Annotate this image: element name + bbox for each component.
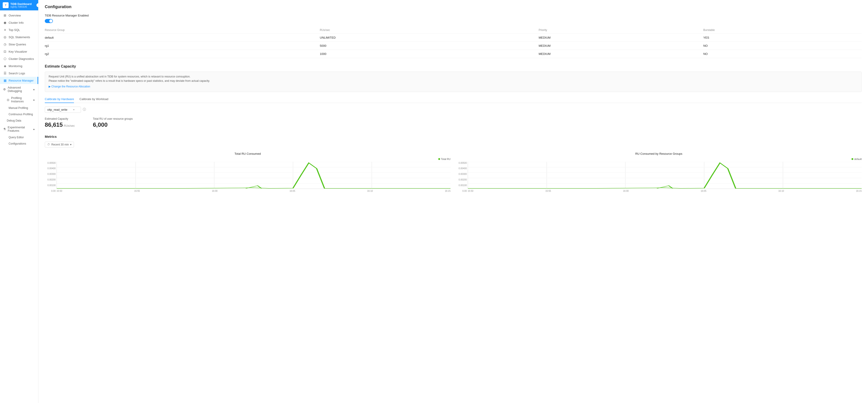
time-selector-label: Recent 30 min [51, 143, 69, 146]
resource-manager-icon: ▦ [3, 78, 7, 82]
sidebar-header: T TiDB Dashboard nightly-70803cf6 ‹ [0, 0, 38, 10]
sidebar-item-slow-queries[interactable]: ◷ Slow Queries [0, 41, 38, 48]
sidebar-item-label: Continuous Profiling [9, 113, 33, 116]
sidebar-item-monitoring[interactable]: ◈ Monitoring [0, 62, 38, 70]
sidebar-section-experimental-features[interactable]: ⚗ Experimental Features ▲ [0, 124, 38, 134]
sidebar-item-label: Debug Data [7, 119, 21, 122]
total-ru-value: 6,000 [93, 121, 133, 128]
col-header-resource-group: Resource Group [45, 27, 320, 34]
sidebar-item-query-editor[interactable]: Query Editor [0, 134, 38, 140]
sidebar-version: nightly-70803cf6 [10, 6, 35, 8]
chart-ru-by-groups: RU Consumed by Resource Groups default 0… [456, 152, 862, 192]
expand-link[interactable]: ▶ Change the Resource Allocation [49, 85, 90, 88]
estimated-capacity-label: Estimated Capacity [45, 117, 75, 121]
legend-dot [438, 158, 440, 160]
estimated-capacity-value: 86,615RUs/sec [45, 121, 75, 128]
sidebar-item-cluster-info[interactable]: ◉ Cluster Info [0, 19, 38, 26]
chart-wrapper: 0.00500 0.00400 0.00300 0.00200 0.00100 … [468, 162, 862, 192]
sidebar-item-search-logs[interactable]: ☰ Search Logs [0, 70, 38, 77]
metrics-title: Metrics [45, 135, 862, 138]
monitoring-icon: ◈ [3, 64, 7, 68]
sql-icon: ◎ [3, 35, 7, 39]
grid-icon: ⊞ [3, 13, 7, 17]
chevron-up-icon: ▲ [33, 99, 35, 101]
sidebar-item-sql-statements[interactable]: ◎ SQL Statements [0, 33, 38, 41]
main-content: Configuration TiDB Resource Manager Enab… [38, 0, 868, 403]
estimate-capacity-title: Estimate Capacity [45, 64, 862, 68]
chart-svg [468, 162, 862, 189]
sidebar-item-top-sql[interactable]: ≡ Top SQL [0, 26, 38, 33]
legend-dot [851, 158, 853, 160]
sidebar-item-overview[interactable]: ⊞ Overview [0, 12, 38, 19]
sidebar-item-label: Query Editor [9, 136, 24, 139]
sidebar-item-manual-profiling[interactable]: Manual Profiling [0, 105, 38, 111]
legend-label: Total RU [441, 158, 451, 160]
sidebar-item-debug-data[interactable]: Debug Data [0, 117, 38, 124]
search-logs-icon: ☰ [3, 71, 7, 75]
total-ru-label: Total RU of user resource groups [93, 117, 133, 121]
capacity-number: 86,615 [45, 121, 63, 128]
sidebar-item-configurations[interactable]: Configurations [0, 140, 38, 147]
chart-wrapper: 0.00500 0.00400 0.00300 0.00200 0.00100 … [57, 162, 451, 192]
info-icon[interactable]: ⓘ [83, 107, 86, 111]
sidebar-item-cluster-diagnostics[interactable]: ⬡ Cluster Diagnostics [0, 55, 38, 62]
estimate-info-box: Request Unit (RU) is a unified abstracti… [45, 72, 862, 92]
estimated-capacity-stat: Estimated Capacity 86,615RUs/sec [45, 117, 75, 128]
toggle-label: TiDB Resource Manager Enabled [45, 14, 862, 17]
chart-x-labels: 15:50 15:55 16:00 16:05 16:10 16:15 [468, 190, 862, 192]
legend-label: default [854, 158, 862, 160]
sidebar-collapse-button[interactable]: ‹ [36, 3, 38, 7]
chart-legend: default [456, 158, 862, 160]
sidebar-item-resource-manager[interactable]: ▦ Resource Manager [0, 77, 38, 84]
col-header-priority: Priority [539, 27, 703, 34]
chevron-down-icon: ▾ [73, 108, 74, 111]
time-selector[interactable]: ⏱ Recent 30 min ▾ [45, 142, 74, 147]
chart-title: RU Consumed by Resource Groups [456, 152, 862, 156]
sidebar-item-label: Resource Manager [9, 79, 34, 82]
sidebar-section-profiling-instances[interactable]: ◎ Profiling Instances ▲ [0, 94, 38, 105]
sidebar-item-label: Overview [9, 14, 21, 17]
diagnostics-icon: ⬡ [3, 57, 7, 61]
advanced-debugging-icon: ⚙ [3, 88, 6, 91]
tab-calibrate-workload[interactable]: Calibrate by Workload [80, 96, 108, 103]
sidebar-item-label: Cluster Info [9, 21, 24, 24]
capacity-stats: Estimated Capacity 86,615RUs/sec Total R… [45, 117, 862, 128]
col-header-burstable: Burstable [703, 27, 862, 34]
sidebar-app-title: TiDB Dashboard [10, 2, 35, 6]
sidebar: T TiDB Dashboard nightly-70803cf6 ‹ ⊞ Ov… [0, 0, 38, 403]
sidebar-section-label: Experimental Features [8, 126, 31, 132]
chart-area [57, 162, 451, 189]
sidebar-title-group: TiDB Dashboard nightly-70803cf6 [10, 2, 35, 8]
page-title: Configuration [45, 4, 862, 9]
sidebar-section-advanced-debugging[interactable]: ⚙ Advanced Debugging ▲ [0, 84, 38, 94]
resource-manager-toggle[interactable] [45, 19, 53, 23]
workload-select[interactable]: oltp_read_write ▾ [45, 107, 81, 113]
table-row: rg21000MEDIUMNO [45, 50, 862, 58]
sidebar-item-label: Slow Queries [9, 43, 26, 46]
info-line2: Please notice the "estimated capacity" r… [49, 79, 858, 83]
sidebar-section-label: Profiling Instances [11, 96, 31, 103]
chart-y-labels: 0.00500 0.00400 0.00300 0.00200 0.00100 … [456, 162, 467, 192]
col-header-rus: RUs/sec [320, 27, 539, 34]
chevron-down-icon: ▾ [70, 143, 71, 146]
sidebar-section-label: Advanced Debugging [8, 86, 31, 93]
sidebar-item-key-visualizer[interactable]: ⊡ Key Visualizer [0, 48, 38, 55]
capacity-unit: RUs/sec [64, 124, 75, 127]
select-value: oltp_read_write [47, 108, 67, 111]
workload-select-row: oltp_read_write ▾ ⓘ [45, 107, 862, 113]
sidebar-item-label: Cluster Diagnostics [9, 57, 34, 61]
calibrate-tabs: Calibrate by Hardware Calibrate by Workl… [45, 96, 862, 103]
top-sql-icon: ≡ [3, 28, 7, 32]
charts-row: Total RU Consumed Total RU 0.00500 0.004… [45, 152, 862, 192]
sidebar-item-label: Manual Profiling [9, 106, 28, 109]
total-ru-stat: Total RU of user resource groups 6,000 [93, 117, 133, 128]
chart-area [468, 162, 862, 189]
sidebar-item-continuous-profiling[interactable]: Continuous Profiling [0, 111, 38, 117]
logo-text: T [5, 4, 6, 6]
experimental-icon: ⚗ [3, 127, 6, 131]
sidebar-item-label: Key Visualizer [9, 50, 27, 53]
tab-calibrate-hardware[interactable]: Calibrate by Hardware [45, 96, 74, 103]
sidebar-item-label: SQL Statements [9, 35, 30, 39]
clock-icon: ⏱ [47, 143, 50, 146]
table-row: defaultUNLIMITEDMEDIUMYES [45, 34, 862, 42]
